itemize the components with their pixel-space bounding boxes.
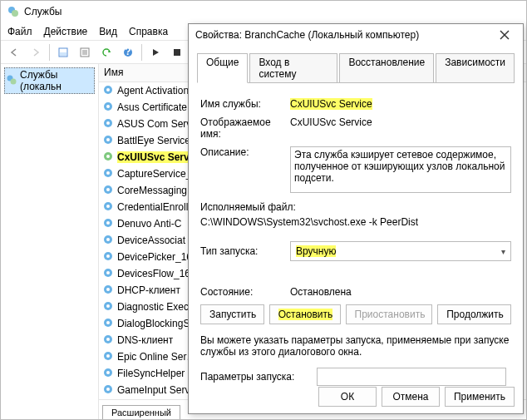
gear-icon bbox=[102, 383, 114, 398]
up-button[interactable] bbox=[53, 43, 73, 62]
svg-text:?: ? bbox=[125, 47, 131, 57]
tree-node-services[interactable]: Службы (локальн bbox=[4, 67, 95, 94]
cancel-button[interactable]: Отмена bbox=[382, 387, 440, 407]
svg-point-47 bbox=[106, 338, 110, 341]
value-state: Остановлена bbox=[290, 286, 511, 298]
gear-icon bbox=[102, 350, 114, 364]
svg-point-49 bbox=[106, 354, 110, 358]
service-name: Diagnostic Exec bbox=[117, 301, 189, 313]
svg-point-35 bbox=[106, 238, 110, 241]
value-service-name: CxUIUSvc Service bbox=[290, 98, 372, 110]
services-icon bbox=[7, 6, 19, 17]
label-start-params: Параметры запуска: bbox=[200, 371, 317, 383]
service-name: GameInput Serv bbox=[117, 384, 190, 396]
tab-extended[interactable]: Расширенный bbox=[102, 405, 180, 419]
main-window-title: Службы bbox=[24, 6, 62, 17]
main-window-titlebar: Службы bbox=[1, 1, 526, 22]
service-name: DeviceAssociat bbox=[117, 235, 185, 246]
ok-button[interactable]: ОК bbox=[318, 387, 377, 407]
gear-icon bbox=[102, 167, 114, 181]
tab-logon[interactable]: Вход в систему bbox=[249, 53, 337, 83]
svg-point-25 bbox=[106, 155, 110, 158]
service-name: DHCP-клиент bbox=[117, 284, 180, 296]
svg-point-1 bbox=[12, 10, 18, 17]
svg-point-31 bbox=[106, 205, 110, 208]
label-description: Описание: bbox=[200, 146, 290, 158]
service-name: DevicesFlow_16 bbox=[117, 268, 190, 279]
svg-point-45 bbox=[106, 321, 110, 324]
service-name: FileSyncHelper bbox=[117, 368, 185, 379]
startup-type-select[interactable]: Вручную ▾ bbox=[290, 241, 511, 261]
label-startup-type: Тип запуска: bbox=[200, 245, 290, 257]
gear-icon bbox=[102, 117, 114, 131]
gear-icon bbox=[102, 250, 114, 264]
label-service-name: Имя службы: bbox=[200, 98, 290, 110]
properties-dialog: Свойства: BranchCache (Локальный компьют… bbox=[188, 23, 524, 414]
start-params-input[interactable] bbox=[317, 368, 506, 386]
gear-icon bbox=[102, 151, 114, 165]
service-name: DevicePicker_16 bbox=[117, 251, 192, 263]
apply-button[interactable]: Применить bbox=[445, 387, 515, 407]
tree-node-label: Службы (локальн bbox=[20, 69, 92, 92]
tab-dependencies[interactable]: Зависимости bbox=[436, 53, 515, 83]
service-name: ASUS Com Servi bbox=[117, 118, 194, 130]
gear-icon bbox=[102, 101, 114, 115]
help-toolbar-button[interactable]: ? bbox=[118, 43, 138, 62]
value-executable: C:\WINDOWS\System32\svchost.exe -k PeerD… bbox=[200, 216, 511, 228]
back-button[interactable] bbox=[4, 43, 24, 62]
gear-icon bbox=[102, 267, 114, 281]
svg-point-29 bbox=[106, 188, 110, 191]
start-toolbar-button[interactable] bbox=[145, 43, 165, 62]
svg-rect-3 bbox=[60, 52, 66, 56]
label-display-name: Отображаемое имя: bbox=[200, 116, 290, 140]
service-name: Agent Activation bbox=[117, 85, 189, 96]
stop-toolbar-button[interactable] bbox=[167, 43, 187, 62]
label-executable: Исполняемый файл: bbox=[200, 201, 511, 213]
service-name: Epic Online Ser… bbox=[117, 351, 196, 363]
menu-action[interactable]: Действие bbox=[44, 26, 88, 37]
gear-icon bbox=[102, 284, 114, 298]
gear-icon bbox=[102, 334, 114, 348]
gear-icon bbox=[102, 300, 114, 314]
menu-file[interactable]: Файл bbox=[7, 26, 32, 37]
svg-point-39 bbox=[106, 271, 110, 274]
svg-point-37 bbox=[106, 254, 110, 258]
description-textarea[interactable]: Эта служба кэширует сетевое содержимое, … bbox=[290, 146, 511, 193]
dialog-title: Свойства: BranchCache (Локальный компьют… bbox=[195, 29, 419, 41]
service-name: DialogBlockingS bbox=[117, 318, 190, 329]
svg-point-51 bbox=[106, 371, 110, 374]
svg-point-17 bbox=[106, 88, 110, 91]
gear-icon bbox=[102, 134, 114, 148]
value-display-name: CxUIUSvc Service bbox=[290, 116, 511, 128]
services-icon bbox=[7, 75, 17, 87]
menu-help[interactable]: Справка bbox=[129, 26, 168, 37]
service-name: CredentialEnroll bbox=[117, 201, 188, 213]
gear-icon bbox=[102, 367, 114, 381]
stop-button[interactable]: Остановить bbox=[269, 304, 341, 324]
tab-recovery[interactable]: Восстановление bbox=[339, 53, 434, 83]
svg-rect-10 bbox=[174, 49, 180, 56]
service-name: BattlEye Service bbox=[117, 135, 190, 146]
export-button[interactable] bbox=[96, 43, 116, 62]
tree-pane: Службы (локальн bbox=[1, 64, 99, 419]
svg-point-53 bbox=[106, 388, 110, 391]
startup-type-value: Вручную bbox=[296, 245, 336, 257]
pause-button[interactable]: Приостановить bbox=[346, 304, 433, 324]
service-name: DNS-клиент bbox=[117, 334, 173, 346]
tab-general[interactable]: Общие bbox=[197, 53, 248, 83]
label-state: Состояние: bbox=[200, 286, 290, 298]
gear-icon bbox=[102, 84, 114, 98]
close-button[interactable] bbox=[493, 27, 516, 43]
resume-button[interactable]: Продолжить bbox=[437, 304, 511, 324]
menu-view[interactable]: Вид bbox=[99, 26, 117, 37]
start-button[interactable]: Запустить bbox=[200, 304, 264, 324]
service-name: Asus Certificate bbox=[117, 101, 187, 113]
svg-point-43 bbox=[106, 304, 110, 308]
properties-toolbar-button[interactable] bbox=[75, 43, 95, 62]
service-name: CoreMessaging bbox=[117, 185, 187, 196]
svg-point-15 bbox=[11, 78, 17, 84]
service-name: CaptureService_ bbox=[117, 168, 191, 180]
svg-point-33 bbox=[106, 221, 110, 225]
svg-point-27 bbox=[106, 171, 110, 175]
forward-button[interactable] bbox=[26, 43, 46, 62]
